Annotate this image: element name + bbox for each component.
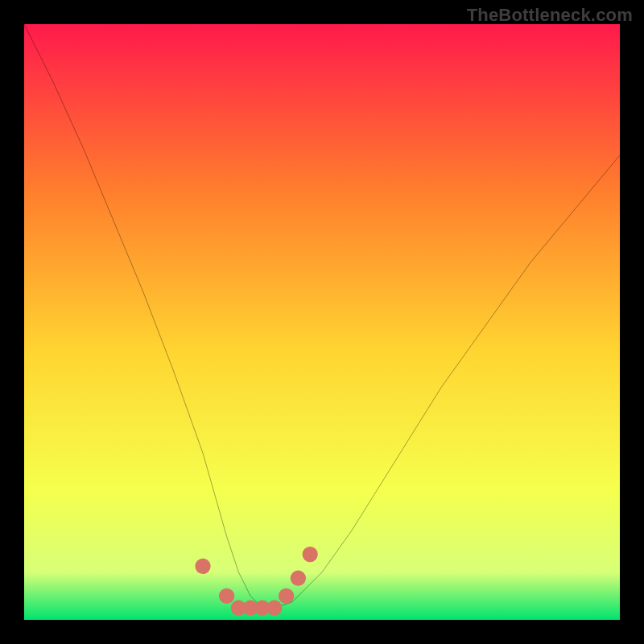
highlight-dot — [303, 547, 318, 562]
highlight-dot — [219, 588, 234, 604]
highlight-dot — [291, 571, 306, 586]
highlight-dot — [195, 559, 210, 574]
gradient-background — [24, 24, 620, 620]
highlight-dot — [266, 601, 282, 616]
chart-plot — [24, 24, 620, 620]
chart-frame: TheBottleneck.com — [0, 0, 644, 644]
watermark-text: TheBottleneck.com — [467, 5, 633, 26]
highlight-dot — [279, 588, 294, 604]
